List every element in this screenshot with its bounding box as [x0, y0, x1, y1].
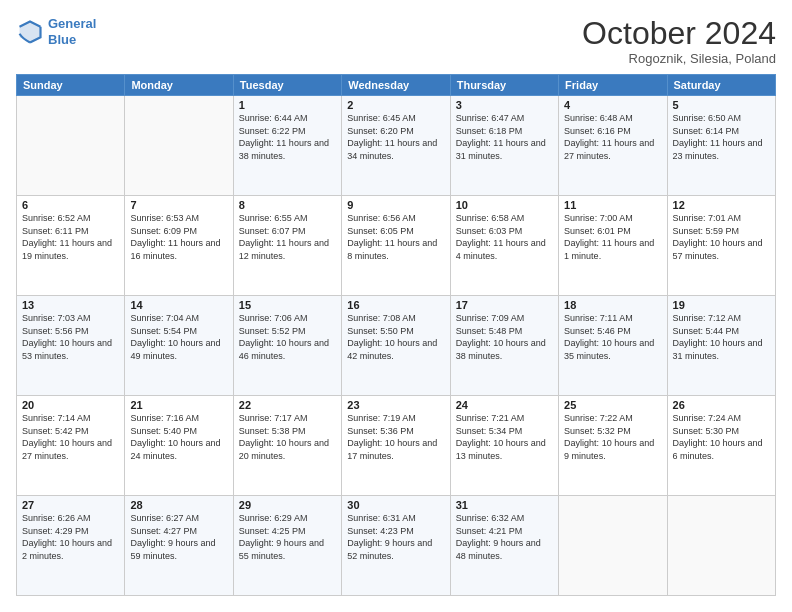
- day-number: 31: [456, 499, 553, 511]
- calendar-cell: 18Sunrise: 7:11 AM Sunset: 5:46 PM Dayli…: [559, 296, 667, 396]
- calendar-cell: 17Sunrise: 7:09 AM Sunset: 5:48 PM Dayli…: [450, 296, 558, 396]
- calendar-cell: 5Sunrise: 6:50 AM Sunset: 6:14 PM Daylig…: [667, 96, 775, 196]
- calendar-cell: 6Sunrise: 6:52 AM Sunset: 6:11 PM Daylig…: [17, 196, 125, 296]
- calendar-cell: [17, 96, 125, 196]
- day-info: Sunrise: 6:44 AM Sunset: 6:22 PM Dayligh…: [239, 112, 336, 162]
- day-number: 5: [673, 99, 770, 111]
- calendar-cell: 22Sunrise: 7:17 AM Sunset: 5:38 PM Dayli…: [233, 396, 341, 496]
- day-info: Sunrise: 6:56 AM Sunset: 6:05 PM Dayligh…: [347, 212, 444, 262]
- calendar-header-row: SundayMondayTuesdayWednesdayThursdayFrid…: [17, 75, 776, 96]
- day-number: 13: [22, 299, 119, 311]
- month-title: October 2024: [582, 16, 776, 51]
- calendar-cell: 20Sunrise: 7:14 AM Sunset: 5:42 PM Dayli…: [17, 396, 125, 496]
- day-info: Sunrise: 7:12 AM Sunset: 5:44 PM Dayligh…: [673, 312, 770, 362]
- header: General Blue October 2024 Rogoznik, Sile…: [16, 16, 776, 66]
- calendar-cell: 15Sunrise: 7:06 AM Sunset: 5:52 PM Dayli…: [233, 296, 341, 396]
- day-number: 22: [239, 399, 336, 411]
- day-info: Sunrise: 7:17 AM Sunset: 5:38 PM Dayligh…: [239, 412, 336, 462]
- day-info: Sunrise: 7:19 AM Sunset: 5:36 PM Dayligh…: [347, 412, 444, 462]
- day-number: 18: [564, 299, 661, 311]
- calendar-cell: 11Sunrise: 7:00 AM Sunset: 6:01 PM Dayli…: [559, 196, 667, 296]
- calendar-cell: 13Sunrise: 7:03 AM Sunset: 5:56 PM Dayli…: [17, 296, 125, 396]
- title-block: October 2024 Rogoznik, Silesia, Poland: [582, 16, 776, 66]
- calendar-week-2: 6Sunrise: 6:52 AM Sunset: 6:11 PM Daylig…: [17, 196, 776, 296]
- logo-icon: [16, 18, 44, 46]
- calendar-cell: 9Sunrise: 6:56 AM Sunset: 6:05 PM Daylig…: [342, 196, 450, 296]
- day-info: Sunrise: 6:58 AM Sunset: 6:03 PM Dayligh…: [456, 212, 553, 262]
- calendar-cell: 8Sunrise: 6:55 AM Sunset: 6:07 PM Daylig…: [233, 196, 341, 296]
- day-number: 2: [347, 99, 444, 111]
- day-info: Sunrise: 6:32 AM Sunset: 4:21 PM Dayligh…: [456, 512, 553, 562]
- calendar-cell: 19Sunrise: 7:12 AM Sunset: 5:44 PM Dayli…: [667, 296, 775, 396]
- calendar-cell: 24Sunrise: 7:21 AM Sunset: 5:34 PM Dayli…: [450, 396, 558, 496]
- day-number: 17: [456, 299, 553, 311]
- day-number: 27: [22, 499, 119, 511]
- calendar-cell: 27Sunrise: 6:26 AM Sunset: 4:29 PM Dayli…: [17, 496, 125, 596]
- calendar-page: General Blue October 2024 Rogoznik, Sile…: [0, 0, 792, 612]
- day-number: 21: [130, 399, 227, 411]
- day-number: 25: [564, 399, 661, 411]
- calendar-cell: 21Sunrise: 7:16 AM Sunset: 5:40 PM Dayli…: [125, 396, 233, 496]
- logo-general: General: [48, 16, 96, 31]
- calendar-cell: 25Sunrise: 7:22 AM Sunset: 5:32 PM Dayli…: [559, 396, 667, 496]
- day-number: 3: [456, 99, 553, 111]
- calendar-cell: 16Sunrise: 7:08 AM Sunset: 5:50 PM Dayli…: [342, 296, 450, 396]
- logo-text: General Blue: [48, 16, 96, 47]
- calendar-cell: 7Sunrise: 6:53 AM Sunset: 6:09 PM Daylig…: [125, 196, 233, 296]
- day-info: Sunrise: 7:01 AM Sunset: 5:59 PM Dayligh…: [673, 212, 770, 262]
- calendar-cell: 29Sunrise: 6:29 AM Sunset: 4:25 PM Dayli…: [233, 496, 341, 596]
- logo-blue: Blue: [48, 32, 76, 47]
- day-info: Sunrise: 6:27 AM Sunset: 4:27 PM Dayligh…: [130, 512, 227, 562]
- day-header-saturday: Saturday: [667, 75, 775, 96]
- day-info: Sunrise: 6:31 AM Sunset: 4:23 PM Dayligh…: [347, 512, 444, 562]
- calendar-week-1: 1Sunrise: 6:44 AM Sunset: 6:22 PM Daylig…: [17, 96, 776, 196]
- calendar-cell: [667, 496, 775, 596]
- calendar-cell: 4Sunrise: 6:48 AM Sunset: 6:16 PM Daylig…: [559, 96, 667, 196]
- day-header-sunday: Sunday: [17, 75, 125, 96]
- day-number: 8: [239, 199, 336, 211]
- day-info: Sunrise: 7:00 AM Sunset: 6:01 PM Dayligh…: [564, 212, 661, 262]
- day-info: Sunrise: 7:08 AM Sunset: 5:50 PM Dayligh…: [347, 312, 444, 362]
- day-info: Sunrise: 6:53 AM Sunset: 6:09 PM Dayligh…: [130, 212, 227, 262]
- location: Rogoznik, Silesia, Poland: [582, 51, 776, 66]
- day-number: 4: [564, 99, 661, 111]
- day-info: Sunrise: 6:47 AM Sunset: 6:18 PM Dayligh…: [456, 112, 553, 162]
- day-info: Sunrise: 7:09 AM Sunset: 5:48 PM Dayligh…: [456, 312, 553, 362]
- day-number: 19: [673, 299, 770, 311]
- calendar-cell: 30Sunrise: 6:31 AM Sunset: 4:23 PM Dayli…: [342, 496, 450, 596]
- day-info: Sunrise: 7:11 AM Sunset: 5:46 PM Dayligh…: [564, 312, 661, 362]
- calendar-cell: 26Sunrise: 7:24 AM Sunset: 5:30 PM Dayli…: [667, 396, 775, 496]
- day-info: Sunrise: 7:06 AM Sunset: 5:52 PM Dayligh…: [239, 312, 336, 362]
- day-info: Sunrise: 7:22 AM Sunset: 5:32 PM Dayligh…: [564, 412, 661, 462]
- calendar-cell: [125, 96, 233, 196]
- day-number: 24: [456, 399, 553, 411]
- logo: General Blue: [16, 16, 96, 47]
- day-number: 7: [130, 199, 227, 211]
- day-info: Sunrise: 6:26 AM Sunset: 4:29 PM Dayligh…: [22, 512, 119, 562]
- day-number: 12: [673, 199, 770, 211]
- calendar-cell: 2Sunrise: 6:45 AM Sunset: 6:20 PM Daylig…: [342, 96, 450, 196]
- calendar-week-4: 20Sunrise: 7:14 AM Sunset: 5:42 PM Dayli…: [17, 396, 776, 496]
- day-info: Sunrise: 7:14 AM Sunset: 5:42 PM Dayligh…: [22, 412, 119, 462]
- day-info: Sunrise: 6:50 AM Sunset: 6:14 PM Dayligh…: [673, 112, 770, 162]
- day-number: 26: [673, 399, 770, 411]
- day-info: Sunrise: 7:24 AM Sunset: 5:30 PM Dayligh…: [673, 412, 770, 462]
- day-header-tuesday: Tuesday: [233, 75, 341, 96]
- day-info: Sunrise: 6:48 AM Sunset: 6:16 PM Dayligh…: [564, 112, 661, 162]
- day-number: 9: [347, 199, 444, 211]
- day-info: Sunrise: 6:29 AM Sunset: 4:25 PM Dayligh…: [239, 512, 336, 562]
- day-number: 6: [22, 199, 119, 211]
- calendar-week-3: 13Sunrise: 7:03 AM Sunset: 5:56 PM Dayli…: [17, 296, 776, 396]
- calendar-table: SundayMondayTuesdayWednesdayThursdayFrid…: [16, 74, 776, 596]
- calendar-cell: [559, 496, 667, 596]
- day-info: Sunrise: 7:21 AM Sunset: 5:34 PM Dayligh…: [456, 412, 553, 462]
- day-number: 10: [456, 199, 553, 211]
- calendar-cell: 31Sunrise: 6:32 AM Sunset: 4:21 PM Dayli…: [450, 496, 558, 596]
- day-info: Sunrise: 7:03 AM Sunset: 5:56 PM Dayligh…: [22, 312, 119, 362]
- calendar-week-5: 27Sunrise: 6:26 AM Sunset: 4:29 PM Dayli…: [17, 496, 776, 596]
- day-number: 1: [239, 99, 336, 111]
- day-info: Sunrise: 7:04 AM Sunset: 5:54 PM Dayligh…: [130, 312, 227, 362]
- day-number: 30: [347, 499, 444, 511]
- day-header-thursday: Thursday: [450, 75, 558, 96]
- calendar-cell: 28Sunrise: 6:27 AM Sunset: 4:27 PM Dayli…: [125, 496, 233, 596]
